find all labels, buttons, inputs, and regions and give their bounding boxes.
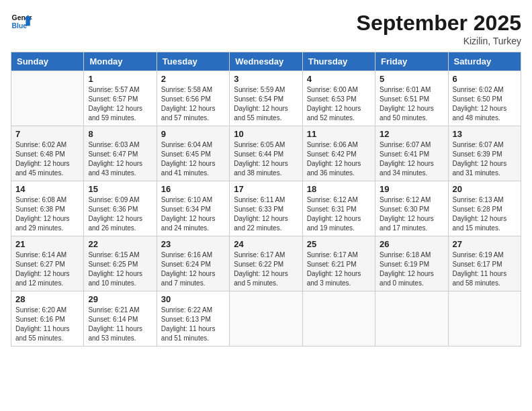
- day-number: 13: [453, 129, 517, 139]
- day-cell: 30Sunrise: 6:22 AMSunset: 6:13 PMDayligh…: [157, 291, 229, 347]
- day-number: 6: [453, 74, 517, 84]
- day-info: Sunrise: 6:21 AMSunset: 6:14 PMDaylight:…: [88, 306, 152, 343]
- day-number: 21: [15, 239, 79, 249]
- day-number: 10: [234, 129, 298, 139]
- day-number: 18: [307, 184, 371, 194]
- day-cell: 2Sunrise: 5:58 AMSunset: 6:56 PMDaylight…: [157, 71, 229, 126]
- day-cell: 22Sunrise: 6:15 AMSunset: 6:25 PMDayligh…: [84, 236, 157, 291]
- day-cell: 12Sunrise: 6:07 AMSunset: 6:41 PMDayligh…: [375, 126, 448, 181]
- day-info: Sunrise: 6:03 AMSunset: 6:47 PMDaylight:…: [88, 140, 152, 178]
- day-info: Sunrise: 5:57 AMSunset: 6:57 PMDaylight:…: [88, 85, 152, 123]
- day-cell: 16Sunrise: 6:10 AMSunset: 6:34 PMDayligh…: [157, 181, 229, 236]
- day-cell: 18Sunrise: 6:12 AMSunset: 6:31 PMDayligh…: [302, 181, 375, 236]
- day-info: Sunrise: 6:14 AMSunset: 6:27 PMDaylight:…: [15, 250, 79, 288]
- day-info: Sunrise: 6:16 AMSunset: 6:24 PMDaylight:…: [161, 250, 225, 288]
- day-cell: 29Sunrise: 6:21 AMSunset: 6:14 PMDayligh…: [84, 291, 157, 347]
- svg-text:Blue: Blue: [12, 22, 28, 30]
- day-info: Sunrise: 6:15 AMSunset: 6:25 PMDaylight:…: [88, 250, 152, 288]
- day-cell: 17Sunrise: 6:11 AMSunset: 6:33 PMDayligh…: [230, 181, 302, 236]
- day-cell: 28Sunrise: 6:20 AMSunset: 6:16 PMDayligh…: [11, 291, 84, 347]
- day-info: Sunrise: 6:22 AMSunset: 6:13 PMDaylight:…: [161, 306, 225, 343]
- day-number: 17: [234, 184, 298, 194]
- page-header: General Blue September 2025 Kizilin, Tur…: [11, 11, 521, 46]
- day-number: 29: [88, 294, 152, 304]
- weekday-header-row: SundayMondayTuesdayWednesdayThursdayFrid…: [11, 52, 521, 71]
- day-info: Sunrise: 6:00 AMSunset: 6:53 PMDaylight:…: [307, 85, 371, 123]
- day-number: 25: [307, 239, 371, 249]
- week-row-3: 14Sunrise: 6:08 AMSunset: 6:38 PMDayligh…: [11, 181, 521, 236]
- day-number: 3: [234, 74, 298, 84]
- title-block: September 2025 Kizilin, Turkey: [357, 11, 521, 46]
- day-info: Sunrise: 6:05 AMSunset: 6:44 PMDaylight:…: [234, 140, 298, 178]
- month-title: September 2025: [357, 11, 521, 36]
- day-number: 15: [88, 184, 152, 194]
- day-number: 14: [15, 184, 79, 194]
- day-number: 4: [307, 74, 371, 84]
- calendar-body: 1Sunrise: 5:57 AMSunset: 6:57 PMDaylight…: [11, 71, 521, 347]
- logo-icon: General Blue: [11, 11, 32, 32]
- day-cell: 20Sunrise: 6:13 AMSunset: 6:28 PMDayligh…: [448, 181, 521, 236]
- day-cell: 26Sunrise: 6:18 AMSunset: 6:19 PMDayligh…: [375, 236, 448, 291]
- day-cell: [302, 291, 375, 347]
- day-cell: 27Sunrise: 6:19 AMSunset: 6:17 PMDayligh…: [448, 236, 521, 291]
- location: Kizilin, Turkey: [357, 36, 521, 46]
- weekday-thursday: Thursday: [302, 52, 375, 71]
- day-number: 24: [234, 239, 298, 249]
- day-cell: 4Sunrise: 6:00 AMSunset: 6:53 PMDaylight…: [302, 71, 375, 126]
- day-info: Sunrise: 6:07 AMSunset: 6:39 PMDaylight:…: [453, 140, 517, 178]
- weekday-wednesday: Wednesday: [230, 52, 302, 71]
- calendar-table: SundayMondayTuesdayWednesdayThursdayFrid…: [11, 52, 521, 347]
- day-number: 23: [161, 239, 225, 249]
- day-cell: 15Sunrise: 6:09 AMSunset: 6:36 PMDayligh…: [84, 181, 157, 236]
- day-cell: [230, 291, 302, 347]
- day-cell: 3Sunrise: 5:59 AMSunset: 6:54 PMDaylight…: [230, 71, 302, 126]
- day-number: 2: [161, 74, 225, 84]
- day-info: Sunrise: 6:07 AMSunset: 6:41 PMDaylight:…: [380, 140, 443, 178]
- day-number: 8: [88, 129, 152, 139]
- day-cell: 11Sunrise: 6:06 AMSunset: 6:42 PMDayligh…: [302, 126, 375, 181]
- day-cell: 21Sunrise: 6:14 AMSunset: 6:27 PMDayligh…: [11, 236, 84, 291]
- day-cell: [11, 71, 84, 126]
- weekday-monday: Monday: [84, 52, 157, 71]
- day-info: Sunrise: 6:02 AMSunset: 6:48 PMDaylight:…: [15, 140, 79, 178]
- day-number: 26: [380, 239, 443, 249]
- day-number: 19: [380, 184, 443, 194]
- week-row-4: 21Sunrise: 6:14 AMSunset: 6:27 PMDayligh…: [11, 236, 521, 291]
- day-cell: 23Sunrise: 6:16 AMSunset: 6:24 PMDayligh…: [157, 236, 229, 291]
- day-cell: 10Sunrise: 6:05 AMSunset: 6:44 PMDayligh…: [230, 126, 302, 181]
- day-cell: 19Sunrise: 6:12 AMSunset: 6:30 PMDayligh…: [375, 181, 448, 236]
- day-cell: 6Sunrise: 6:02 AMSunset: 6:50 PMDaylight…: [448, 71, 521, 126]
- day-number: 16: [161, 184, 225, 194]
- day-info: Sunrise: 6:18 AMSunset: 6:19 PMDaylight:…: [380, 250, 443, 288]
- week-row-5: 28Sunrise: 6:20 AMSunset: 6:16 PMDayligh…: [11, 291, 521, 347]
- day-cell: 25Sunrise: 6:17 AMSunset: 6:21 PMDayligh…: [302, 236, 375, 291]
- day-cell: 5Sunrise: 6:01 AMSunset: 6:51 PMDaylight…: [375, 71, 448, 126]
- day-info: Sunrise: 6:10 AMSunset: 6:34 PMDaylight:…: [161, 195, 225, 233]
- weekday-sunday: Sunday: [11, 52, 84, 71]
- day-number: 7: [15, 129, 79, 139]
- day-number: 27: [453, 239, 517, 249]
- day-cell: 9Sunrise: 6:04 AMSunset: 6:45 PMDaylight…: [157, 126, 229, 181]
- day-number: 28: [15, 294, 79, 304]
- day-cell: 14Sunrise: 6:08 AMSunset: 6:38 PMDayligh…: [11, 181, 84, 236]
- week-row-2: 7Sunrise: 6:02 AMSunset: 6:48 PMDaylight…: [11, 126, 521, 181]
- week-row-1: 1Sunrise: 5:57 AMSunset: 6:57 PMDaylight…: [11, 71, 521, 126]
- day-info: Sunrise: 6:19 AMSunset: 6:17 PMDaylight:…: [453, 250, 517, 288]
- day-info: Sunrise: 6:13 AMSunset: 6:28 PMDaylight:…: [453, 195, 517, 233]
- day-number: 20: [453, 184, 517, 194]
- day-number: 30: [161, 294, 225, 304]
- logo: General Blue: [11, 11, 32, 32]
- weekday-saturday: Saturday: [448, 52, 521, 71]
- day-info: Sunrise: 6:01 AMSunset: 6:51 PMDaylight:…: [380, 85, 443, 123]
- day-info: Sunrise: 6:08 AMSunset: 6:38 PMDaylight:…: [15, 195, 79, 233]
- day-cell: 13Sunrise: 6:07 AMSunset: 6:39 PMDayligh…: [448, 126, 521, 181]
- day-cell: 1Sunrise: 5:57 AMSunset: 6:57 PMDaylight…: [84, 71, 157, 126]
- day-number: 5: [380, 74, 443, 84]
- weekday-tuesday: Tuesday: [157, 52, 229, 71]
- day-info: Sunrise: 5:59 AMSunset: 6:54 PMDaylight:…: [234, 85, 298, 123]
- day-info: Sunrise: 6:12 AMSunset: 6:31 PMDaylight:…: [307, 195, 371, 233]
- day-cell: [448, 291, 521, 347]
- day-cell: 24Sunrise: 6:17 AMSunset: 6:22 PMDayligh…: [230, 236, 302, 291]
- day-number: 1: [88, 74, 152, 84]
- day-number: 12: [380, 129, 443, 139]
